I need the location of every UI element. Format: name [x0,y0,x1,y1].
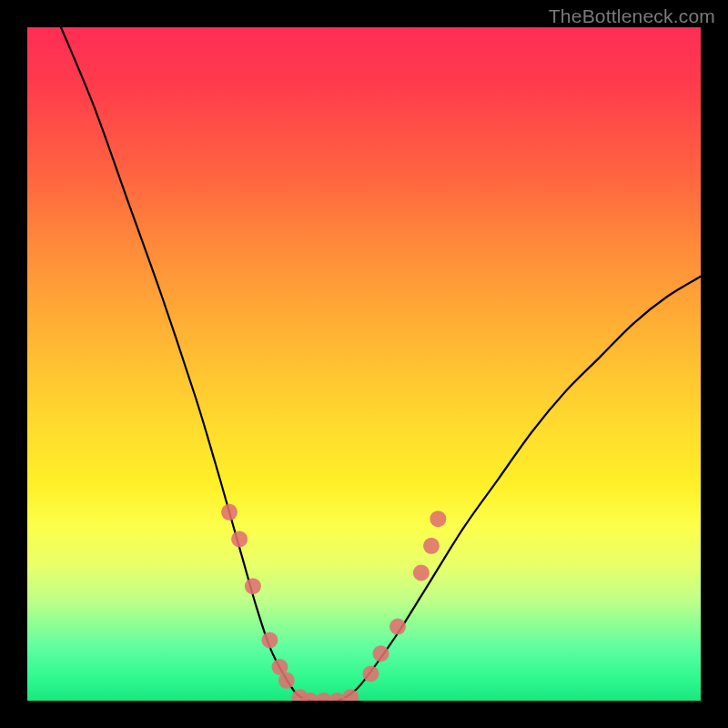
marker-point [413,564,430,581]
marker-point [362,665,379,682]
plot-area [27,27,701,701]
marker-point [245,578,261,594]
marker-point [430,511,446,527]
marker-point [389,619,406,635]
watermark-text: TheBottleneck.com [549,5,715,27]
marker-point [423,538,440,554]
marker-point [221,504,238,521]
marker-point [278,672,295,689]
chart-svg [27,27,701,701]
marker-point [231,531,248,547]
marker-point [261,632,278,648]
chart-frame: TheBottleneck.com [0,0,728,728]
marker-point [373,645,389,662]
bottleneck-curve [61,27,701,701]
marker-point [342,689,359,701]
